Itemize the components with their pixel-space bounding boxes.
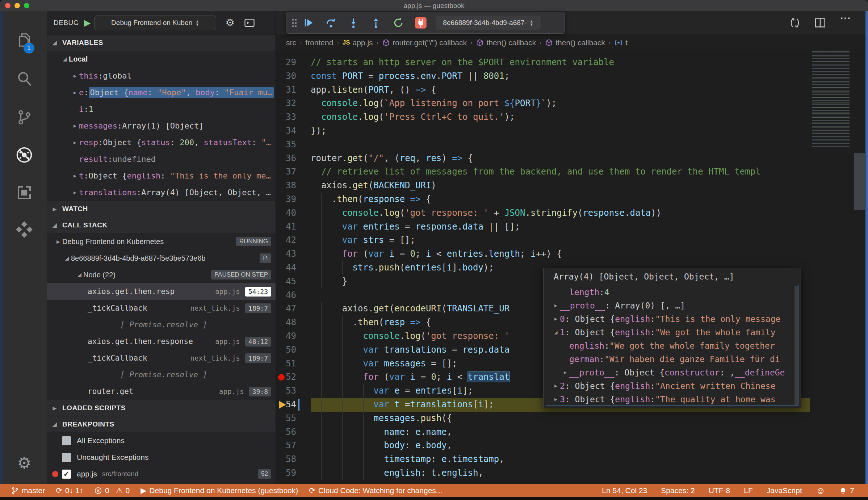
popup-tree-row[interactable]: ◢1: Object {english: "We got the whole f… [546,325,798,339]
twistie-icon[interactable]: ◢ [63,255,71,261]
callstack-row[interactable]: _tickCallbacknext_tick.js189:7 [47,300,276,316]
code-line-content[interactable]: // retrieve list of messages from the ba… [311,165,810,179]
debug-session-status[interactable]: ▶Debug Frontend on Kubernetes (guestbook… [141,486,298,495]
editor-gutter[interactable]: 31 [276,83,311,97]
breakpoint-checkbox[interactable]: ✓ [62,470,71,479]
code-line[interactable]: 58 timestamp: e.timestamp, [276,453,810,466]
callstack-row[interactable]: ▶Debug Frontend on KubernetesRUNNING [47,233,276,250]
twistie-icon[interactable]: ◢ [51,39,59,46]
code-line[interactable]: 31app.listen(PORT, () => { [276,83,810,97]
code-line-content[interactable]: english: t.english, [311,466,810,480]
sync-status[interactable]: ⟳0↓ 1↑ [56,486,83,495]
step-into-button[interactable] [342,14,365,31]
cloud-code-icon[interactable] [11,218,37,241]
twistie-icon[interactable]: ▶ [552,383,560,388]
editor-gutter[interactable]: 32 [276,97,311,110]
breakpoint-row[interactable]: ✓app.jssrc/frontend52 [47,466,276,482]
variables-scope-row[interactable]: ◢Local [47,51,276,67]
popup-tree-row[interactable]: ▶2: Object {english: "Ancient written Ch… [546,379,798,392]
search-icon[interactable] [11,67,37,91]
step-over-button[interactable] [320,14,342,31]
code-line[interactable]: 37 // retrieve list of messages from the… [276,165,810,179]
callstack-row[interactable]: [ Promise.resolve ] [47,366,276,383]
variable-row[interactable]: result: undefined [47,151,276,167]
launch-config-select[interactable]: Debug Frontend on Kuberı ▲▼ [95,16,216,30]
debug-icon[interactable] [11,143,37,167]
twistie-icon[interactable]: ◢ [61,56,69,62]
minimap[interactable] [810,51,853,484]
variable-row[interactable]: ▶resp: Object {status: 200, statusText: … [47,134,276,151]
code-line-content[interactable]: console.log('got response: ' + JSON.stri… [311,206,810,220]
sync-changes-icon[interactable] [789,17,801,29]
cloud-code-status[interactable]: ⟳Cloud Code: Watching for changes... [309,486,442,495]
branch-status[interactable]: master [11,486,45,495]
editor-gutter[interactable]: 29 [276,56,311,70]
variable-row[interactable]: ▶translations: Array(4) [Object, Object,… [47,184,276,201]
editor-gutter[interactable]: 48 [276,316,311,329]
popup-tree-row[interactable]: length: 4 [546,285,798,299]
editor-gutter[interactable]: 39 [276,193,311,206]
encoding-setting[interactable]: UTF-8 [709,486,730,495]
notifications-bell[interactable]: 7 [839,486,854,495]
debug-console-icon[interactable] [244,18,255,28]
code-line[interactable]: 42 var strs = []; [276,234,810,247]
twistie-icon[interactable]: ▶ [71,90,79,95]
twistie-icon[interactable]: ◢ [75,272,83,278]
code-line-content[interactable]: const PORT = process.env.PORT || 8001; [311,70,810,83]
code-line[interactable]: 34}); [276,124,810,138]
editor-gutter[interactable]: 56 [276,425,311,439]
code-line-content[interactable]: }); [311,124,810,138]
twistie-icon[interactable]: ▶ [552,396,560,402]
editor-gutter[interactable]: 34 [276,124,311,138]
editor-gutter[interactable]: 54 [276,398,311,412]
popup-tree-row[interactable]: ▶__proto__: Object {constructor: , __def… [546,366,798,379]
breakpoint-row[interactable]: Uncaught Exceptions [47,449,276,466]
debug-session-select[interactable]: 8e66889f-3d4b-4bd9-a687- ▲▼ [436,16,541,30]
callstack-row[interactable]: [ Promise.resolve ] [47,316,276,333]
code-line-content[interactable]: // starts an http server on the $PORT en… [311,56,810,70]
editor-gutter[interactable]: 47 [276,302,311,316]
code-line-content[interactable]: console.log('Press Ctrl+C to quit.'); [311,110,810,124]
popup-tree-row[interactable]: german: "Wir haben die ganze Familie für… [546,352,798,366]
editor-gutter[interactable]: 36 [276,152,311,165]
editor-gutter[interactable]: 46 [276,289,311,302]
popup-tree-row[interactable]: ▶0: Object {english: "This is the only m… [546,312,798,325]
cursor-position[interactable]: Ln 54, Col 23 [602,486,647,495]
code-line-content[interactable]: messages.push({ [311,412,810,425]
callstack-row[interactable]: ◢Node (22)PAUSED ON STEP [47,266,276,283]
disconnect-button[interactable] [410,14,432,31]
breadcrumb-item[interactable]: src [286,38,296,47]
editor-gutter[interactable]: 35 [276,138,311,152]
breakpoints-section-header[interactable]: ◢BREAKPOINTS [47,416,276,432]
loaded-scripts-section-header[interactable]: ▶LOADED SCRIPTS [47,400,276,416]
code-line[interactable]: 43 for (var i = 0; i < entries.length; i… [276,247,810,261]
code-line[interactable]: 39 .then(response => { [276,193,810,206]
twistie-icon[interactable]: ▶ [71,73,79,79]
editor-gutter[interactable]: 58 [276,453,311,466]
settings-icon[interactable]: ⚙ [11,451,37,474]
step-out-button[interactable] [365,14,387,31]
configure-gear-icon[interactable]: ⚙ [226,17,235,29]
eol-setting[interactable]: LF [744,486,753,495]
code-line[interactable]: 32 console.log(`App listening on port ${… [276,97,810,110]
popup-tree-row[interactable]: ▶__proto__: Array(0) [, …] [546,299,798,312]
popup-tree-row[interactable]: english: "We got the whole family togeth… [546,339,798,352]
continue-button[interactable] [297,14,320,31]
popup-tree-row[interactable]: ▶3: Object {english: "The quality at hom… [546,392,798,406]
callstack-section-header[interactable]: ◢CALL STACK [47,217,276,233]
code-line[interactable]: 56 name: e.name, [276,425,810,439]
more-actions-icon[interactable]: ··· [840,12,851,25]
code-line[interactable]: 30const PORT = process.env.PORT || 8001; [276,70,810,83]
editor-gutter[interactable]: 49 [276,329,311,343]
callstack-row[interactable]: _tickCallbacknext_tick.js189:7 [47,350,276,366]
code-line-content[interactable]: name: e.name, [311,425,810,439]
variable-row[interactable]: ▶messages: Array(1) [Object] [47,117,276,134]
variable-row[interactable]: ▶t: Object {english: "This is the only m… [47,167,276,184]
code-line-content[interactable]: console.log(`App listening on port ${POR… [311,97,810,110]
callstack-row[interactable]: router.getapp.js39:8 [47,383,276,400]
twistie-icon[interactable]: ▶ [71,123,79,129]
twistie-icon[interactable]: ▶ [71,173,79,178]
breadcrumb-item[interactable]: then() callback [545,38,605,47]
editor-gutter[interactable]: 50 [276,343,311,357]
breadcrumb-item[interactable]: frontend [305,38,333,47]
